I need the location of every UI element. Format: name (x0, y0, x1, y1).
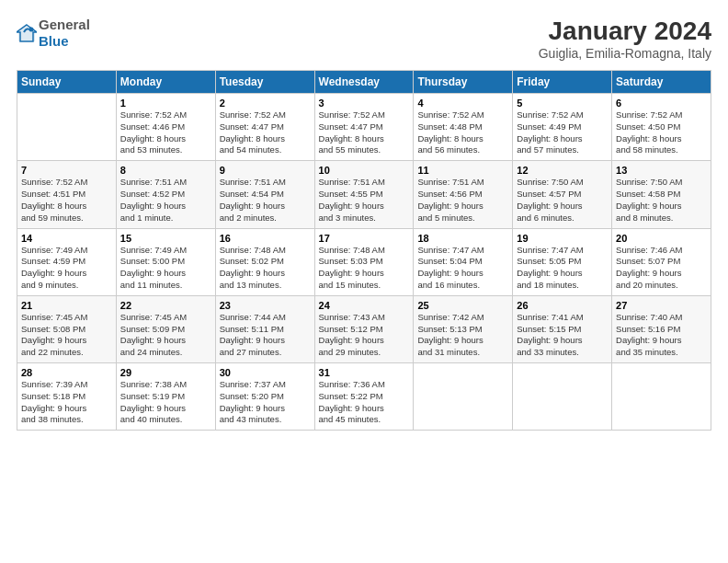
header: General Blue January 2024 Guiglia, Emili… (17, 17, 711, 61)
calendar-cell: 2Sunrise: 7:52 AMSunset: 4:47 PMDaylight… (215, 94, 314, 161)
header-thursday: Thursday (414, 71, 513, 94)
day-info: Sunrise: 7:41 AMSunset: 5:15 PMDaylight:… (517, 312, 608, 359)
calendar-cell: 3Sunrise: 7:52 AMSunset: 4:47 PMDaylight… (314, 94, 414, 161)
calendar-cell: 30Sunrise: 7:37 AMSunset: 5:20 PMDayligh… (215, 363, 314, 431)
day-number: 10 (319, 165, 410, 176)
day-number: 11 (417, 165, 508, 176)
day-number: 18 (417, 233, 508, 244)
day-info: Sunrise: 7:50 AMSunset: 4:57 PMDaylight:… (517, 177, 608, 224)
calendar-cell: 28Sunrise: 7:39 AMSunset: 5:18 PMDayligh… (17, 363, 117, 431)
day-number: 9 (220, 165, 311, 176)
calendar-cell: 12Sunrise: 7:50 AMSunset: 4:57 PMDayligh… (513, 161, 612, 228)
title-block: January 2024 Guiglia, Emilia-Romagna, It… (539, 17, 711, 61)
calendar-cell: 1Sunrise: 7:52 AMSunset: 4:46 PMDaylight… (116, 94, 215, 161)
day-number: 1 (120, 98, 211, 109)
day-info: Sunrise: 7:49 AMSunset: 5:00 PMDaylight:… (120, 245, 211, 292)
header-wednesday: Wednesday (314, 71, 414, 94)
day-number: 31 (319, 367, 410, 378)
day-info: Sunrise: 7:40 AMSunset: 5:16 PMDaylight:… (616, 312, 707, 359)
day-number: 19 (517, 233, 608, 244)
day-info: Sunrise: 7:51 AMSunset: 4:52 PMDaylight:… (120, 177, 211, 224)
calendar-cell: 18Sunrise: 7:47 AMSunset: 5:04 PMDayligh… (414, 228, 513, 295)
calendar-cell: 11Sunrise: 7:51 AMSunset: 4:56 PMDayligh… (414, 161, 513, 228)
day-info: Sunrise: 7:52 AMSunset: 4:46 PMDaylight:… (120, 109, 211, 156)
calendar-week-3: 14Sunrise: 7:49 AMSunset: 4:59 PMDayligh… (17, 228, 711, 295)
calendar-cell: 8Sunrise: 7:51 AMSunset: 4:52 PMDaylight… (116, 161, 215, 228)
calendar-cell (612, 363, 711, 431)
calendar-header: Sunday Monday Tuesday Wednesday Thursday… (17, 71, 711, 94)
svg-point-2 (29, 28, 34, 32)
day-info: Sunrise: 7:52 AMSunset: 4:49 PMDaylight:… (517, 109, 608, 156)
calendar-cell: 31Sunrise: 7:36 AMSunset: 5:22 PMDayligh… (314, 363, 414, 431)
day-info: Sunrise: 7:47 AMSunset: 5:04 PMDaylight:… (417, 245, 508, 292)
day-number: 22 (120, 300, 211, 311)
calendar-cell: 21Sunrise: 7:45 AMSunset: 5:08 PMDayligh… (17, 295, 117, 362)
day-info: Sunrise: 7:43 AMSunset: 5:12 PMDaylight:… (319, 312, 410, 359)
day-info: Sunrise: 7:51 AMSunset: 4:55 PMDaylight:… (319, 177, 410, 224)
calendar-table: Sunday Monday Tuesday Wednesday Thursday… (17, 70, 711, 431)
day-number: 13 (616, 165, 707, 176)
calendar-cell: 19Sunrise: 7:47 AMSunset: 5:05 PMDayligh… (513, 228, 612, 295)
header-row: Sunday Monday Tuesday Wednesday Thursday… (17, 71, 711, 94)
day-number: 5 (517, 98, 608, 109)
day-number: 6 (616, 98, 707, 109)
day-number: 21 (21, 300, 112, 311)
header-monday: Monday (116, 71, 215, 94)
day-info: Sunrise: 7:46 AMSunset: 5:07 PMDaylight:… (616, 245, 707, 292)
calendar-cell: 24Sunrise: 7:43 AMSunset: 5:12 PMDayligh… (314, 295, 414, 362)
logo-text: General Blue (39, 17, 90, 50)
day-info: Sunrise: 7:45 AMSunset: 5:09 PMDaylight:… (120, 312, 211, 359)
calendar-cell: 26Sunrise: 7:41 AMSunset: 5:15 PMDayligh… (513, 295, 612, 362)
day-info: Sunrise: 7:48 AMSunset: 5:02 PMDaylight:… (220, 245, 311, 292)
day-number: 28 (21, 367, 112, 378)
day-number: 30 (220, 367, 311, 378)
day-info: Sunrise: 7:50 AMSunset: 4:58 PMDaylight:… (616, 177, 707, 224)
calendar-week-1: 1Sunrise: 7:52 AMSunset: 4:46 PMDaylight… (17, 94, 711, 161)
day-info: Sunrise: 7:52 AMSunset: 4:51 PMDaylight:… (21, 177, 112, 224)
calendar-cell: 13Sunrise: 7:50 AMSunset: 4:58 PMDayligh… (612, 161, 711, 228)
day-number: 20 (616, 233, 707, 244)
calendar-cell: 5Sunrise: 7:52 AMSunset: 4:49 PMDaylight… (513, 94, 612, 161)
day-info: Sunrise: 7:48 AMSunset: 5:03 PMDaylight:… (319, 245, 410, 292)
day-number: 27 (616, 300, 707, 311)
day-number: 7 (21, 165, 112, 176)
calendar-cell (414, 363, 513, 431)
calendar-week-4: 21Sunrise: 7:45 AMSunset: 5:08 PMDayligh… (17, 295, 711, 362)
calendar-cell: 4Sunrise: 7:52 AMSunset: 4:48 PMDaylight… (414, 94, 513, 161)
calendar-cell: 16Sunrise: 7:48 AMSunset: 5:02 PMDayligh… (215, 228, 314, 295)
day-info: Sunrise: 7:51 AMSunset: 4:56 PMDaylight:… (417, 177, 508, 224)
calendar-cell: 22Sunrise: 7:45 AMSunset: 5:09 PMDayligh… (116, 295, 215, 362)
day-info: Sunrise: 7:38 AMSunset: 5:19 PMDaylight:… (120, 379, 211, 426)
calendar-cell: 14Sunrise: 7:49 AMSunset: 4:59 PMDayligh… (17, 228, 117, 295)
day-info: Sunrise: 7:47 AMSunset: 5:05 PMDaylight:… (517, 245, 608, 292)
header-tuesday: Tuesday (215, 71, 314, 94)
day-info: Sunrise: 7:52 AMSunset: 4:47 PMDaylight:… (220, 109, 311, 156)
day-info: Sunrise: 7:52 AMSunset: 4:48 PMDaylight:… (417, 109, 508, 156)
day-number: 14 (21, 233, 112, 244)
calendar-cell: 15Sunrise: 7:49 AMSunset: 5:00 PMDayligh… (116, 228, 215, 295)
day-info: Sunrise: 7:51 AMSunset: 4:54 PMDaylight:… (220, 177, 311, 224)
day-info: Sunrise: 7:49 AMSunset: 4:59 PMDaylight:… (21, 245, 112, 292)
day-number: 4 (417, 98, 508, 109)
day-number: 2 (220, 98, 311, 109)
day-number: 23 (220, 300, 311, 311)
calendar-cell: 25Sunrise: 7:42 AMSunset: 5:13 PMDayligh… (414, 295, 513, 362)
logo-blue: Blue (39, 33, 69, 49)
day-info: Sunrise: 7:37 AMSunset: 5:20 PMDaylight:… (220, 379, 311, 426)
day-info: Sunrise: 7:44 AMSunset: 5:11 PMDaylight:… (220, 312, 311, 359)
day-info: Sunrise: 7:42 AMSunset: 5:13 PMDaylight:… (417, 312, 508, 359)
day-number: 24 (319, 300, 410, 311)
header-friday: Friday (513, 71, 612, 94)
day-number: 12 (517, 165, 608, 176)
main-title: January 2024 (539, 17, 711, 46)
calendar-week-5: 28Sunrise: 7:39 AMSunset: 5:18 PMDayligh… (17, 363, 711, 431)
calendar-cell (17, 94, 117, 161)
calendar-cell: 6Sunrise: 7:52 AMSunset: 4:50 PMDaylight… (612, 94, 711, 161)
day-info: Sunrise: 7:45 AMSunset: 5:08 PMDaylight:… (21, 312, 112, 359)
calendar-cell: 27Sunrise: 7:40 AMSunset: 5:16 PMDayligh… (612, 295, 711, 362)
logo-icon (17, 23, 37, 43)
day-info: Sunrise: 7:52 AMSunset: 4:50 PMDaylight:… (616, 109, 707, 156)
calendar-body: 1Sunrise: 7:52 AMSunset: 4:46 PMDaylight… (17, 94, 711, 431)
calendar-cell: 10Sunrise: 7:51 AMSunset: 4:55 PMDayligh… (314, 161, 414, 228)
day-number: 3 (319, 98, 410, 109)
